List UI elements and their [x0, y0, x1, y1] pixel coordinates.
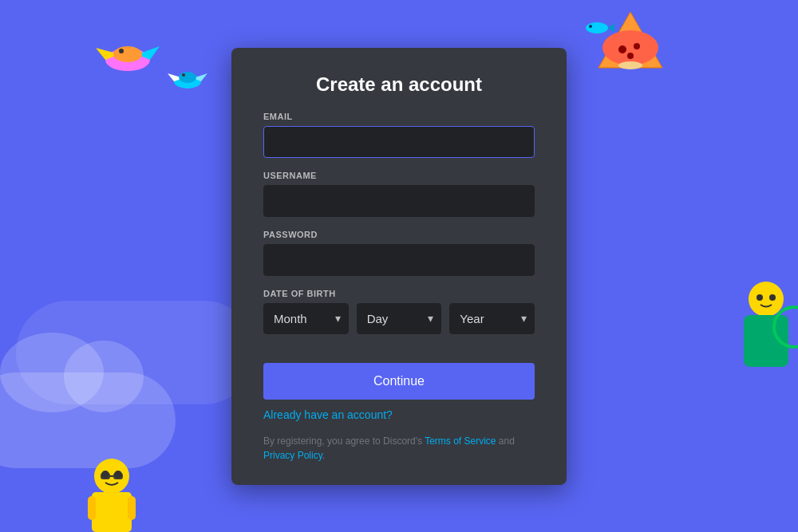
svg-point-16	[618, 61, 642, 69]
svg-rect-30	[744, 315, 788, 367]
svg-point-32	[769, 294, 776, 301]
modal-title: Create an account	[263, 73, 535, 96]
dob-group: DATE OF BIRTH Month January February Mar…	[263, 289, 535, 334]
fish-icon	[583, 20, 614, 36]
svg-point-13	[618, 45, 626, 53]
email-input[interactable]	[263, 126, 535, 158]
svg-point-14	[634, 43, 640, 49]
password-group: PASSWORD	[263, 230, 535, 276]
svg-point-29	[749, 282, 784, 317]
username-input[interactable]	[263, 185, 535, 217]
dob-label: DATE OF BIRTH	[263, 289, 535, 298]
bird-2-icon	[168, 64, 207, 92]
svg-point-21	[94, 459, 129, 494]
svg-marker-2	[137, 46, 160, 60]
svg-point-23	[114, 471, 122, 479]
svg-rect-26	[101, 473, 110, 479]
svg-point-31	[757, 294, 763, 301]
username-label: USERNAME	[263, 171, 535, 180]
month-select[interactable]: Month January February March April May J…	[263, 303, 349, 334]
cloud-1	[0, 372, 176, 468]
year-select-wrap: Year 202420232022 202120202015 201020052…	[449, 303, 535, 334]
svg-marker-1	[96, 48, 120, 60]
bird-1-icon	[96, 32, 160, 76]
svg-marker-6	[168, 73, 184, 81]
svg-rect-20	[92, 492, 132, 532]
dob-row: Month January February March April May J…	[263, 303, 535, 334]
pizza-icon	[591, 8, 670, 72]
terms-and: and	[496, 435, 515, 447]
svg-rect-24	[88, 496, 96, 520]
terms-before: By registering, you agree to Discord's	[263, 435, 425, 447]
svg-point-8	[179, 72, 196, 83]
email-group: EMAIL	[263, 112, 535, 158]
svg-point-12	[602, 30, 658, 65]
privacy-policy-link[interactable]: Privacy Policy	[263, 450, 322, 461]
svg-marker-7	[193, 73, 207, 81]
svg-point-0	[105, 49, 150, 71]
svg-point-15	[627, 53, 634, 59]
year-select[interactable]: Year 202420232022 202120202015 201020052…	[449, 303, 535, 334]
svg-point-22	[101, 471, 109, 479]
svg-rect-27	[113, 473, 123, 479]
terms-of-service-link[interactable]: Terms of Service	[425, 435, 496, 447]
svg-point-17	[586, 22, 608, 33]
username-group: USERNAME	[263, 171, 535, 217]
svg-point-5	[174, 74, 201, 89]
day-select[interactable]: Day 1234 5678 9101112 13141516 17181920 …	[357, 303, 442, 334]
continue-button[interactable]: Continue	[263, 363, 535, 400]
svg-point-3	[113, 46, 142, 62]
svg-rect-25	[128, 496, 136, 520]
svg-marker-10	[598, 12, 662, 68]
day-select-wrap: Day 1234 5678 9101112 13141516 17181920 …	[357, 303, 442, 334]
svg-marker-18	[608, 23, 614, 33]
svg-point-4	[119, 49, 124, 53]
email-label: EMAIL	[263, 112, 535, 121]
character-left-icon	[80, 452, 144, 532]
password-input[interactable]	[263, 244, 535, 276]
password-label: PASSWORD	[263, 230, 535, 239]
register-modal: Create an account EMAIL USERNAME PASSWOR…	[231, 48, 567, 485]
svg-point-9	[182, 73, 185, 77]
svg-point-19	[589, 25, 592, 28]
terms-text: By registering, you agree to Discord's T…	[263, 434, 535, 463]
cloud-2	[16, 301, 255, 404]
terms-after: .	[322, 450, 325, 461]
login-link-wrap: Already have an account?	[263, 408, 535, 434]
month-select-wrap: Month January February March April May J…	[263, 303, 349, 334]
login-link[interactable]: Already have an account?	[263, 408, 393, 421]
svg-point-33	[774, 307, 798, 347]
character-right-icon	[734, 279, 798, 367]
svg-marker-11	[598, 12, 662, 68]
